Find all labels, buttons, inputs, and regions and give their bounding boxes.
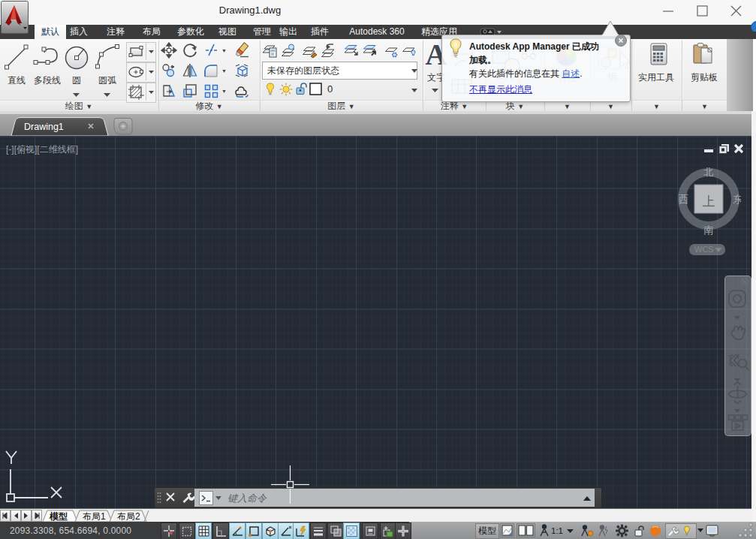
svg-text:布局2: 布局2 — [117, 511, 140, 522]
svg-text:模型: 模型 — [49, 511, 68, 522]
svg-text:上: 上 — [703, 194, 715, 209]
svg-text:南: 南 — [703, 224, 714, 236]
svg-text:北: 北 — [703, 167, 714, 177]
svg-text:布局1: 布局1 — [83, 511, 106, 522]
svg-text:西: 西 — [679, 194, 689, 205]
svg-text:1:1: 1:1 — [551, 526, 563, 535]
svg-text:Drawing1: Drawing1 — [24, 122, 64, 132]
svg-text:东: 东 — [733, 194, 741, 205]
